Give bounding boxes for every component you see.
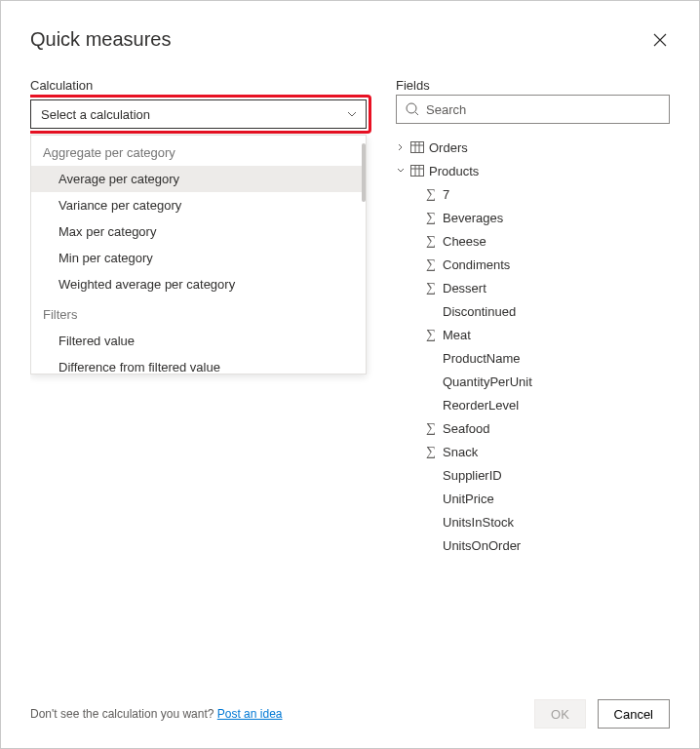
tree-item-label: Snack [443,445,478,459]
icon-spacer [423,514,439,530]
icon-spacer [423,491,439,506]
svg-rect-1 [411,142,424,153]
tree-item-label: Products [429,164,479,178]
post-idea-link[interactable]: Post an idea [217,707,283,721]
icon-spacer [423,303,439,319]
sigma-icon: ∑ [423,186,439,202]
fields-tree: OrdersProducts∑7∑Beverages∑Cheese∑Condim… [396,136,670,557]
dropdown-item[interactable]: Weighted average per category [31,271,366,297]
tree-item-label: Orders [429,140,468,155]
fields-panel: Fields OrdersProducts∑7∑Beverages∑Cheese… [396,78,670,688]
tree-field-row[interactable]: ∑Dessert [396,276,670,299]
ok-button[interactable]: OK [534,699,586,729]
tree-children: ∑7∑Beverages∑Cheese∑Condiments∑DessertDi… [396,182,670,557]
dropdown-item[interactable]: Min per category [31,245,366,271]
dropdown-item[interactable]: Variance per category [31,192,366,218]
dialog-title: Quick measures [30,28,172,51]
svg-point-0 [407,103,416,113]
tree-field-row[interactable]: ∑Seafood [396,416,670,440]
chevron-down-icon [346,108,358,120]
calculation-dropdown: Aggregate per categoryAverage per catego… [30,135,367,374]
tree-field-row[interactable]: ∑Meat [396,323,670,346]
sigma-icon: ∑ [423,444,439,459]
tree-item-label: Cheese [443,234,486,249]
dropdown-item[interactable]: Difference from filtered value [31,354,366,374]
tree-field-row[interactable]: UnitsOnOrder [396,533,670,557]
fields-label: Fields [396,78,670,93]
tree-item-label: QuantityPerUnit [443,374,532,389]
tree-item-label: UnitsInStock [443,515,514,530]
tree-item-label: Beverages [443,211,503,225]
dialog-header: Quick measures [30,28,670,51]
table-icon [409,163,425,178]
tree-table-row[interactable]: Orders [396,136,670,159]
calculation-select[interactable]: Select a calculation [30,99,367,129]
svg-rect-2 [411,166,424,177]
footer-help-text: Don't see the calculation you want? [30,707,214,721]
calculation-label: Calculation [30,78,367,93]
tree-field-row[interactable]: ∑Cheese [396,229,670,253]
calculation-select-placeholder: Select a calculation [41,107,150,122]
tree-field-row[interactable]: UnitPrice [396,487,670,510]
dropdown-item[interactable]: Max per category [31,218,366,245]
tree-field-row[interactable]: UnitsInStock [396,510,670,533]
icon-spacer [423,397,439,413]
chevron-right-icon [396,143,406,151]
sigma-icon: ∑ [423,327,439,342]
tree-item-label: Seafood [443,421,489,436]
tree-field-row[interactable]: Discontinued [396,299,670,323]
tree-field-row[interactable]: ∑7 [396,182,670,206]
sigma-icon: ∑ [423,280,439,296]
sigma-icon: ∑ [423,210,439,225]
dialog-body: Calculation Select a calculation Aggrega… [30,78,670,688]
tree-item-label: UnitPrice [443,492,494,506]
tree-field-row[interactable]: ∑Snack [396,440,670,463]
tree-item-label: Discontinued [443,304,516,319]
tree-table-row[interactable]: Products [396,159,670,182]
tree-item-label: Meat [443,328,471,342]
tree-field-row[interactable]: ∑Beverages [396,206,670,229]
tree-item-label: ReorderLevel [443,398,519,413]
dropdown-scrollbar[interactable] [362,143,366,202]
icon-spacer [423,350,439,366]
calculation-panel: Calculation Select a calculation Aggrega… [30,78,367,688]
close-button[interactable] [650,30,670,50]
close-icon [652,32,668,48]
calculation-select-highlight: Select a calculation [30,95,371,134]
sigma-icon: ∑ [423,256,439,272]
table-icon [409,139,425,155]
footer-help: Don't see the calculation you want? Post… [30,707,282,721]
sigma-icon: ∑ [423,233,439,249]
tree-field-row[interactable]: SupplierID [396,463,670,487]
tree-field-row[interactable]: ∑Condiments [396,253,670,276]
sigma-icon: ∑ [423,420,439,436]
icon-spacer [423,467,439,483]
tree-item-label: SupplierID [443,468,502,483]
fields-search-box[interactable] [396,95,670,124]
tree-field-row[interactable]: ReorderLevel [396,393,670,416]
tree-item-label: 7 [443,187,449,202]
dropdown-group-header: Filters [31,297,366,328]
icon-spacer [423,537,439,553]
tree-item-label: Condiments [443,257,510,272]
tree-field-row[interactable]: QuantityPerUnit [396,370,670,393]
cancel-button[interactable]: Cancel [598,699,670,729]
tree-item-label: UnitsOnOrder [443,538,521,553]
footer-buttons: OK Cancel [526,699,670,729]
icon-spacer [423,374,439,389]
tree-item-label: ProductName [443,351,520,366]
dropdown-item[interactable]: Filtered value [31,328,366,354]
dropdown-item[interactable]: Average per category [31,166,366,192]
tree-item-label: Dessert [443,281,486,296]
fields-search-input[interactable] [426,102,661,117]
chevron-down-icon [396,167,406,175]
search-icon [405,101,420,117]
quick-measures-dialog: Quick measures Calculation Select a calc… [0,0,700,749]
dropdown-group-header: Aggregate per category [31,136,366,166]
dialog-footer: Don't see the calculation you want? Post… [30,699,670,729]
tree-field-row[interactable]: ProductName [396,346,670,370]
